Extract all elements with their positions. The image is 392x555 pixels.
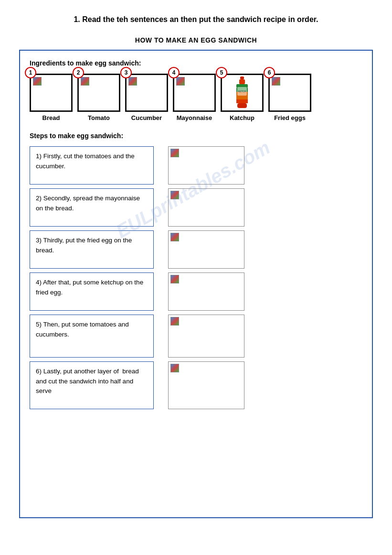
step-text-1: 1) Firstly, cut the tomatoes and the cuc… (30, 146, 154, 185)
fried-eggs-image (272, 77, 280, 86)
step-row-4: 4) After that, put some ketchup on the f… (30, 272, 362, 311)
step-row-5: 5) Then, put some tomatoes and cucumbers… (30, 315, 362, 358)
mayonnaise-image (176, 77, 185, 86)
step-row-6: 6) Lastly, put another layer of bread an… (30, 361, 362, 409)
step-image-5 (170, 317, 179, 326)
svg-rect-6 (236, 99, 248, 103)
step-image-box-6 (168, 361, 244, 409)
step-text-2: 2) Secondly, spread the mayonnaise on th… (30, 188, 154, 227)
ingredient-name-katchup: Katchup (230, 114, 254, 121)
tomato-image (81, 77, 89, 86)
ingredient-tomato: 2 Tomato (77, 74, 120, 121)
ingredient-name-mayonnaise: Mayonnaise (177, 114, 212, 121)
svg-rect-0 (240, 76, 244, 79)
step-image-box-2 (168, 188, 244, 227)
bread-image (33, 77, 42, 86)
step-text-6: 6) Lastly, put another layer of bread an… (30, 361, 154, 409)
main-title: 1. Read the teh sentences an then put th… (19, 14, 373, 25)
steps-label: Steps to make egg sandwich: (30, 132, 362, 140)
step-image-2 (170, 191, 179, 199)
step-image-box-1 (168, 146, 244, 185)
svg-rect-1 (239, 79, 245, 84)
ingredient-cucumber: 3 Cucumber (125, 74, 168, 121)
cucumber-image (128, 77, 137, 86)
ingredient-mayonnaise: 4 Mayonnaise (173, 74, 216, 121)
ingredient-bread: 1 Bread (30, 74, 73, 121)
ingredient-box-mayonnaise (173, 74, 216, 112)
ingredient-box-tomato (77, 74, 120, 112)
step-image-4 (170, 275, 179, 283)
step-image-3 (170, 233, 179, 241)
step-row-3: 3) Thirdly, put the fried egg on the bre… (30, 230, 362, 269)
ingredient-name-cucumber: Cucumber (131, 114, 162, 121)
step-image-box-3 (168, 230, 244, 269)
ingredient-name-tomato: Tomato (88, 114, 110, 121)
step-row-2: 2) Secondly, spread the mayonnaise on th… (30, 188, 362, 227)
ingredient-name-fried-eggs: Fried eggs (274, 114, 306, 121)
ingredient-katchup: 5 (221, 74, 264, 121)
ketchup-bottle-svg: KETCH (233, 76, 252, 109)
ingredients-row: 1 Bread 2 Tomato (30, 74, 362, 121)
step-text-5: 5) Then, put some tomatoes and cucumbers… (30, 315, 154, 358)
worksheet-title: HOW TO MAKE AN EGG SANDWICH (19, 36, 373, 44)
ingredient-box-fried-eggs (268, 74, 311, 112)
svg-text:KETCH: KETCH (238, 90, 246, 93)
step-image-6 (170, 364, 179, 372)
ingredient-box-katchup: KETCH (221, 74, 264, 112)
ingredients-section: Ingredients to make egg sandwich: 1 Brea… (30, 59, 362, 121)
step-row-1: 1) Firstly, cut the tomatoes and the cuc… (30, 146, 362, 185)
svg-rect-7 (237, 103, 247, 108)
step-text-3: 3) Thirdly, put the fried egg on the bre… (30, 230, 154, 269)
ingredient-fried-eggs: 6 Fried eggs (268, 74, 311, 121)
step-text-4: 4) After that, put some ketchup on the f… (30, 272, 154, 311)
step-image-box-5 (168, 315, 244, 358)
steps-section: Steps to make egg sandwich: 1) Firstly, … (30, 132, 362, 413)
ingredient-name-bread: Bread (42, 114, 60, 121)
ingredient-box-cucumber (125, 74, 168, 112)
step-image-1 (170, 149, 179, 157)
steps-area: 1) Firstly, cut the tomatoes and the cuc… (30, 146, 362, 413)
ingredients-label: Ingredients to make egg sandwich: (30, 59, 362, 67)
svg-rect-5 (236, 96, 248, 99)
step-image-box-4 (168, 272, 244, 311)
ingredient-box-bread (30, 74, 73, 112)
